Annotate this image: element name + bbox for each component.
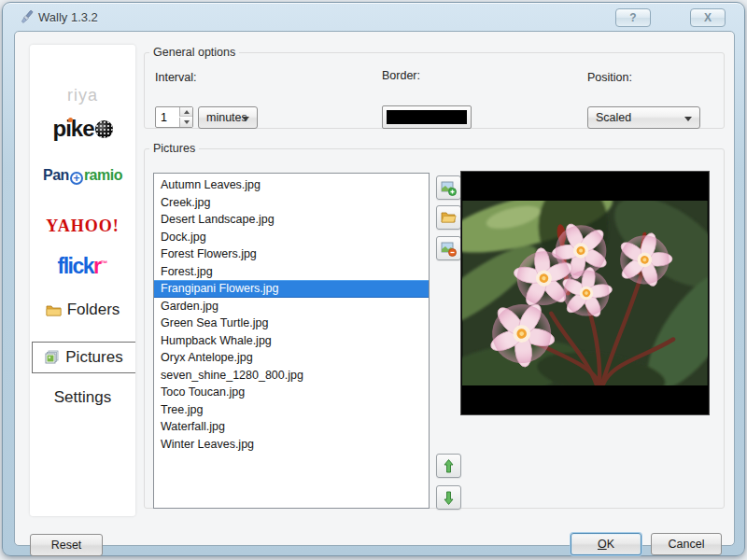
position-label: Position: xyxy=(587,71,632,84)
sidebar-item-pictures[interactable]: Pictures xyxy=(32,342,135,373)
ok-mnemonic: O xyxy=(598,538,607,551)
reset-button[interactable]: Reset xyxy=(30,534,103,556)
preview-image xyxy=(461,172,709,414)
ok-button[interactable]: OK xyxy=(571,533,641,555)
close-button[interactable]: X xyxy=(690,8,726,27)
title-bar[interactable]: Wally 1.3.2 ? X xyxy=(3,3,744,31)
folder-icon xyxy=(46,303,62,316)
ok-rest: K xyxy=(607,538,614,551)
interval-spinbox[interactable] xyxy=(155,106,193,128)
border-label: Border: xyxy=(382,69,420,82)
list-item[interactable]: Frangipani Flowers.jpg xyxy=(154,280,429,298)
sidebar-item-folders[interactable]: Folders xyxy=(30,301,135,319)
list-item[interactable]: Forest Flowers.jpg xyxy=(154,245,429,263)
remove-image-button[interactable] xyxy=(436,236,461,260)
pikeo-logo: pike xyxy=(52,116,112,142)
list-item[interactable]: Garden.jpg xyxy=(154,298,429,315)
triangle-up-icon xyxy=(184,110,190,114)
frangipani-photo xyxy=(462,201,708,385)
list-item[interactable]: Humpback Whale.jpg xyxy=(154,332,429,350)
add-image-icon xyxy=(441,180,457,196)
list-item[interactable]: Green Sea Turtle.jpg xyxy=(154,315,429,332)
position-value: Scaled xyxy=(596,111,631,124)
sidebar-item-pikeo[interactable]: pike xyxy=(30,116,135,142)
position-select[interactable]: Scaled xyxy=(587,106,700,129)
interval-input[interactable] xyxy=(156,107,179,127)
chevron-down-icon xyxy=(684,117,692,121)
list-item[interactable]: seven_shine_1280_800.jpg xyxy=(154,367,429,385)
pictures-icon xyxy=(45,350,60,364)
list-item[interactable]: Dock.jpg xyxy=(154,229,429,246)
move-down-button[interactable] xyxy=(436,485,461,510)
window-frame: Wally 1.3.2 ? X riya pike Pan+ramio YAHO… xyxy=(2,2,745,556)
arrow-up-icon xyxy=(441,458,457,474)
list-item[interactable]: Desert Landscape.jpg xyxy=(154,211,429,229)
sidebar-item-flickr[interactable]: flickr™ xyxy=(30,254,135,279)
triangle-down-icon xyxy=(184,120,190,124)
spin-up-button[interactable] xyxy=(179,107,192,117)
list-item[interactable]: Forest.jpg xyxy=(154,263,429,281)
flickr-logo: flickr™ xyxy=(58,254,108,278)
chevron-down-icon xyxy=(242,117,249,121)
list-item[interactable]: Autumn Leaves.jpg xyxy=(154,176,429,194)
sidebar-item-yahoo[interactable]: YAHOO! xyxy=(30,217,135,236)
pikeo-ball-icon xyxy=(95,120,113,138)
add-folder-button[interactable] xyxy=(436,205,461,230)
pictures-label: Pictures xyxy=(65,348,122,366)
yahoo-logo: YAHOO! xyxy=(46,217,119,235)
cancel-button[interactable]: Cancel xyxy=(651,533,722,555)
riya-logo: riya xyxy=(67,86,98,105)
spin-down-button[interactable] xyxy=(179,118,192,127)
panoramio-plus-icon: + xyxy=(70,172,83,185)
move-up-button[interactable] xyxy=(436,454,461,478)
border-color-button[interactable] xyxy=(382,105,472,129)
sidebar-item-panoramio[interactable]: Pan+ramio xyxy=(30,167,135,185)
list-item[interactable]: Toco Toucan.jpg xyxy=(154,384,429,401)
help-button[interactable]: ? xyxy=(615,8,651,27)
paintbrush-icon xyxy=(19,8,35,25)
add-image-button[interactable] xyxy=(436,175,461,200)
window-title: Wally 1.3.2 xyxy=(38,10,98,24)
folder-open-icon xyxy=(441,210,457,224)
pictures-group-label: Pictures xyxy=(149,142,199,155)
folders-label: Folders xyxy=(67,301,120,318)
remove-image-icon xyxy=(441,241,457,257)
border-color-swatch xyxy=(387,110,467,124)
dialog-body: riya pike Pan+ramio YAHOO! flickr™ Folde… xyxy=(14,31,735,546)
sidebar-item-riya[interactable]: riya xyxy=(30,86,135,105)
sidebar: riya pike Pan+ramio YAHOO! flickr™ Folde… xyxy=(30,45,135,516)
list-item[interactable]: Waterfall.jpg xyxy=(154,418,429,436)
list-item[interactable]: Oryx Antelope.jpg xyxy=(154,349,429,367)
list-item[interactable]: Winter Leaves.jpg xyxy=(154,436,429,454)
interval-unit-select[interactable]: minutes xyxy=(198,106,258,129)
pictures-list[interactable]: Autumn Leaves.jpgCreek.jpgDesert Landsca… xyxy=(153,173,430,509)
list-item[interactable]: Tree.jpg xyxy=(154,401,429,419)
panoramio-logo: Pan+ramio xyxy=(43,167,122,183)
list-item[interactable]: Creek.jpg xyxy=(154,194,429,212)
arrow-down-icon xyxy=(441,490,457,506)
settings-label: Settings xyxy=(54,388,111,406)
general-options-group-label: General options xyxy=(149,46,239,59)
interval-label: Interval: xyxy=(155,71,196,84)
sidebar-item-settings[interactable]: Settings xyxy=(30,388,135,407)
